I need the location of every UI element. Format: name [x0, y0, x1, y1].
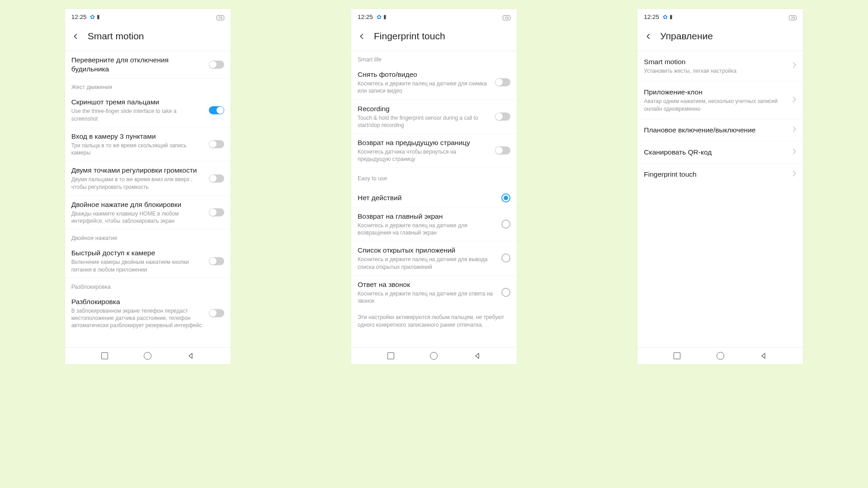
battery-level: 73: [503, 15, 510, 20]
setting-sub: Установить жесты, легкая настройка: [644, 67, 788, 75]
toggle-switch[interactable]: [495, 146, 510, 155]
chevron-right-icon: [793, 126, 797, 134]
phone-management: 12:25 ✿ ▮ 73 Управление Smart motion Уст…: [637, 9, 803, 364]
setting-title: Recording: [358, 104, 491, 113]
menu-app-clone[interactable]: Приложение-клон Аватар одним нажатием, н…: [637, 81, 803, 119]
setting-sub: Аватар одним нажатием, несколько учетных…: [644, 98, 788, 112]
menu-smart-motion[interactable]: Smart motion Установить жесты, легкая на…: [637, 51, 803, 81]
nav-bar: [65, 347, 231, 364]
setting-title: Smart motion: [644, 57, 788, 66]
setting-title: Нет действий: [358, 193, 497, 202]
status-time: 12:25: [358, 14, 373, 20]
setting-sub: Use the three-finger slide interface to …: [71, 108, 204, 122]
setting-camera-three[interactable]: Вход в камеру 3 пунктами Три пальца в то…: [65, 127, 231, 162]
radio-button[interactable]: [501, 253, 510, 263]
nav-home-button[interactable]: [715, 351, 725, 361]
menu-scheduled-power[interactable]: Плановое включение/выключение: [637, 119, 803, 141]
nav-home-button[interactable]: [143, 351, 153, 361]
nav-home-button[interactable]: [429, 351, 439, 361]
setting-three-finger-screenshot[interactable]: Скриншот тремя пальцами Use the three-fi…: [65, 93, 231, 127]
chevron-left-icon: [645, 33, 652, 40]
setting-flip-alarm[interactable]: Переверните для отключения будильника: [65, 51, 231, 79]
status-icons: ✿ ▮: [377, 14, 387, 20]
nav-back-button[interactable]: [472, 351, 482, 361]
setting-photo-video[interactable]: Снять фото/видео Коснитесь и держите пал…: [351, 66, 517, 100]
toggle-switch[interactable]: [209, 257, 224, 265]
nav-recent-button[interactable]: [386, 351, 396, 361]
triangle-left-icon: [187, 352, 194, 360]
triangle-left-icon: [760, 352, 767, 360]
status-time: 12:25: [71, 14, 87, 20]
radio-answer-call[interactable]: Ответ на звонок Коснитесь и держите пале…: [351, 276, 517, 310]
menu-scan-qr[interactable]: Сканировать QR-код: [637, 141, 803, 164]
menu-fingerprint-touch[interactable]: Fingerprint touch: [637, 164, 803, 185]
setting-sub: Коснитесь датчика чтобы вернуться на пре…: [358, 148, 491, 163]
gear-icon: ✿: [90, 14, 95, 20]
phone-fingerprint-touch: 12:25 ✿ ▮ 73 Fingerprint touch Smart lif…: [351, 9, 517, 364]
triangle-left-icon: [473, 352, 481, 360]
setting-title: Возврат на предыдущую страницу: [358, 138, 491, 147]
setting-quick-camera[interactable]: Быстрый доступ к камере Включение камеры…: [65, 244, 231, 278]
setting-title: Переверните для отключения будильника: [71, 56, 204, 74]
setting-back-page[interactable]: Возврат на предыдущую страницу Коснитесь…: [351, 134, 517, 168]
setting-sub: Коснитесь и держите палец на датчике для…: [358, 222, 497, 236]
gear-icon: ✿: [663, 14, 668, 20]
radio-home-screen[interactable]: Возврат на главный экран Коснитесь и дер…: [351, 207, 517, 242]
square-icon: [387, 352, 394, 359]
nav-bar: [351, 347, 517, 364]
toggle-switch[interactable]: [209, 106, 224, 114]
sim-icon: ▮: [97, 14, 100, 20]
setting-title: Плановое включение/выключение: [644, 126, 788, 135]
battery-indicator: 73: [789, 14, 797, 20]
page-title: Fingerprint touch: [374, 31, 445, 42]
chevron-left-icon: [359, 33, 365, 40]
content-area: Переверните для отключения будильника Же…: [65, 51, 231, 347]
setting-unlock[interactable]: Разблокировка В заблокированном экране т…: [65, 293, 231, 334]
setting-sub: Три пальца в то же время скользящий запи…: [71, 142, 204, 156]
setting-sub: Двумя пальцами в то же время вниз или вв…: [71, 176, 204, 190]
page-title: Управление: [660, 31, 713, 42]
toggle-switch[interactable]: [209, 140, 224, 148]
radio-button[interactable]: [501, 288, 510, 297]
back-button[interactable]: [70, 30, 82, 42]
section-smart-life: Smart life: [351, 51, 517, 66]
radio-open-apps[interactable]: Список открытых приложений Коснитесь и д…: [351, 241, 517, 276]
setting-title: Разблокировка: [71, 297, 204, 306]
nav-bar: [637, 347, 803, 364]
square-icon: [674, 352, 680, 359]
setting-title: Скриншот тремя пальцами: [71, 98, 204, 107]
nav-recent-button[interactable]: [99, 351, 109, 361]
setting-title: Ответ на звонок: [358, 280, 497, 289]
toggle-switch[interactable]: [495, 113, 510, 121]
circle-icon: [144, 352, 151, 360]
setting-double-tap-lock[interactable]: Двойное нажатие для блокировки Дважды на…: [65, 196, 231, 230]
setting-two-point-volume[interactable]: Двумя точками регулировки громкости Двум…: [65, 161, 231, 196]
nav-back-button[interactable]: [186, 351, 196, 361]
toggle-switch[interactable]: [495, 78, 510, 86]
header: Управление: [637, 22, 803, 51]
toggle-switch[interactable]: [209, 61, 224, 69]
footer-note: Эти настройки активируются любым пальцем…: [351, 309, 517, 333]
toggle-switch[interactable]: [209, 208, 224, 216]
setting-title: Двойное нажатие для блокировки: [71, 200, 204, 209]
radio-no-action[interactable]: Нет действий: [351, 189, 517, 207]
battery-level: 73: [789, 15, 797, 20]
status-bar: 12:25 ✿ ▮ 73: [351, 9, 517, 22]
setting-title: Список открытых приложений: [358, 246, 497, 255]
radio-button[interactable]: [501, 220, 510, 229]
back-button[interactable]: [356, 30, 368, 42]
chevron-right-icon: [793, 170, 797, 178]
toggle-switch[interactable]: [209, 309, 224, 317]
nav-recent-button[interactable]: [672, 351, 682, 361]
sim-icon: ▮: [383, 14, 387, 20]
header: Fingerprint touch: [351, 22, 517, 51]
toggle-switch[interactable]: [209, 174, 224, 183]
setting-title: Возврат на главный экран: [358, 212, 497, 221]
chevron-right-icon: [793, 96, 797, 104]
status-icons: ✿ ▮: [663, 14, 673, 20]
setting-sub: Включение камеры двойным нажатием кнопки…: [71, 258, 204, 273]
radio-button[interactable]: [501, 193, 510, 202]
nav-back-button[interactable]: [759, 351, 769, 361]
back-button[interactable]: [642, 30, 655, 42]
setting-recording[interactable]: Recording Touch & hold the fingerprint s…: [351, 100, 517, 134]
